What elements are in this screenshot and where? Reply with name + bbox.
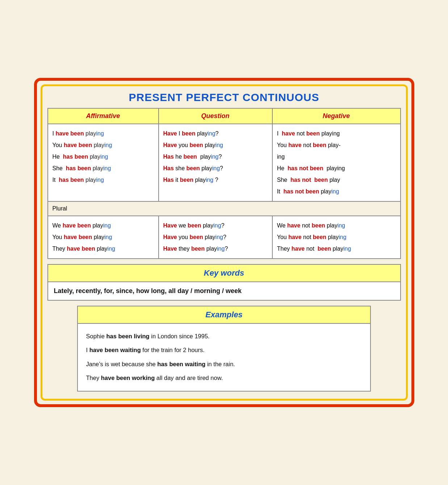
list-item: Have I been playing?	[163, 128, 268, 139]
examples-section: Examples Sophie has been living in Londo…	[77, 306, 370, 392]
plural-header-row: Plural	[48, 201, 401, 216]
page-title: PRESENT PERFECT CONTINUOUS	[47, 91, 401, 104]
list-item: It has not been playing	[277, 186, 396, 197]
keywords-title: Key words	[48, 264, 401, 282]
singular-affirmative: I have been playing You have been playin…	[48, 124, 159, 201]
list-item: You have not been play-ing	[277, 139, 396, 163]
list-item: He has been playing	[53, 151, 154, 163]
list-item: It has been playing	[53, 174, 154, 186]
list-item: Has it been playing ?	[163, 174, 268, 186]
col-header-question: Question	[159, 108, 272, 124]
singular-row: I have been playing You have been playin…	[48, 124, 401, 201]
list-item: We have been playing	[53, 220, 154, 231]
list-item: Has he been playing?	[163, 151, 268, 163]
list-item: She has been playing	[53, 163, 154, 174]
plural-affirmative: We have been playing You have been playi…	[48, 216, 159, 259]
singular-negative: I have not been playing You have not bee…	[272, 124, 401, 201]
example-2: I have been waiting for the train for 2 …	[86, 343, 362, 356]
conjugation-table: Affirmative Question Negative I have bee…	[47, 108, 401, 259]
list-item: She has not been play	[277, 174, 396, 186]
example-1: Sophie has been living in London since 1…	[86, 330, 362, 343]
list-item: He has not been playing	[277, 163, 396, 174]
list-item: You have been playing	[53, 231, 154, 243]
list-item: Have we been playing?	[163, 220, 268, 231]
singular-question: Have I been playing? Have you been playi…	[159, 124, 272, 201]
list-item: We have not been playing	[277, 220, 396, 231]
examples-title: Examples	[78, 306, 370, 323]
list-item: I have not been playing	[277, 128, 396, 139]
outer-border: PRESENT PERFECT CONTINUOUS Affirmative Q…	[34, 78, 414, 407]
example-4: They have been working all day and are t…	[86, 371, 362, 384]
list-item: Has she been playing?	[163, 163, 268, 174]
list-item: Have they been playing?	[163, 243, 268, 255]
example-3: Jane’s is wet because she has been waiti…	[86, 358, 362, 371]
list-item: You have been playing	[53, 139, 154, 151]
col-header-negative: Negative	[272, 108, 401, 124]
list-item: They have been playing	[53, 243, 154, 255]
plural-negative: We have not been playing You have not be…	[272, 216, 401, 259]
keywords-content: Lately, recently, for, since, how long, …	[48, 282, 401, 300]
inner-border: PRESENT PERFECT CONTINUOUS Affirmative Q…	[41, 84, 408, 401]
plural-row: We have been playing You have been playi…	[48, 216, 401, 259]
examples-content: Sophie has been living in London since 1…	[78, 323, 370, 391]
plural-question: Have we been playing? Have you been play…	[159, 216, 272, 259]
keywords-section: Key words Lately, recently, for, since, …	[47, 264, 401, 301]
list-item: Have you been playing	[163, 139, 268, 151]
list-item: I have been playing	[53, 128, 154, 139]
list-item: Have you been playing?	[163, 231, 268, 243]
plural-label: Plural	[48, 201, 401, 216]
list-item: You have not been playing	[277, 231, 396, 243]
list-item: They have not been playing	[277, 243, 396, 255]
col-header-affirmative: Affirmative	[48, 108, 159, 124]
